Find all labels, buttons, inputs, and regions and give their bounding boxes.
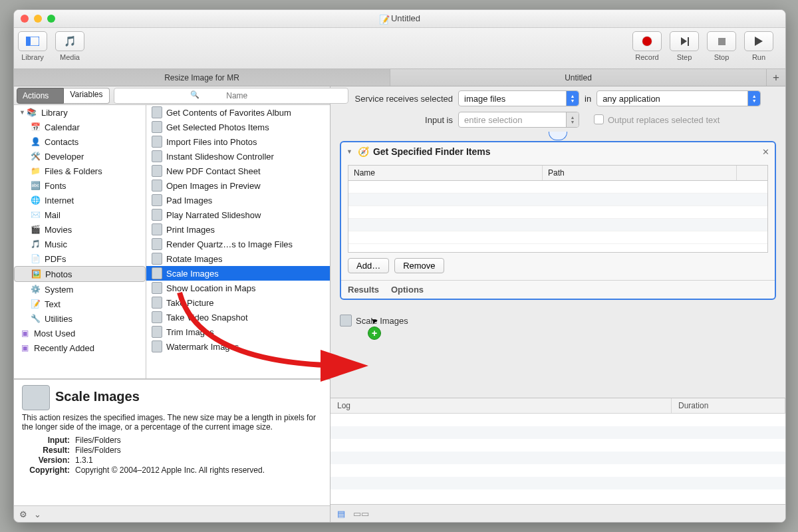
run-button[interactable]: [744, 31, 773, 51]
flow-connector: [340, 132, 776, 141]
options-tab[interactable]: Options: [391, 285, 424, 295]
library-smart-item[interactable]: ▣Most Used: [14, 326, 146, 340]
preview-app-icon: [22, 385, 50, 410]
action-list-item[interactable]: Take Video Snapshot: [146, 310, 330, 325]
drag-insert-indicator: Scale Images ➤ +: [340, 315, 776, 327]
library-smart-item[interactable]: ▣Recently Added: [14, 340, 146, 355]
action-list-item[interactable]: Scale Images: [146, 266, 330, 281]
library-item[interactable]: ✉️Mail: [14, 207, 146, 222]
expand-icon[interactable]: ⌄: [34, 509, 41, 519]
action-list-item[interactable]: Print Images: [146, 222, 330, 237]
library-tree[interactable]: ▼📚Library📅Calendar👤Contacts🛠️Developer📁F…: [14, 105, 146, 378]
document-tabs: Resize Image for MR Untitled +: [14, 69, 785, 86]
action-list-item[interactable]: Get Selected Photos Items: [146, 120, 330, 134]
checkbox-icon: [594, 114, 604, 124]
flow-view-icon[interactable]: ▭▭: [353, 509, 369, 519]
library-item[interactable]: 👤Contacts: [14, 134, 146, 149]
library-item[interactable]: 🖼️Photos: [14, 266, 146, 282]
library-item[interactable]: 📝Text: [14, 297, 146, 311]
action-list-item[interactable]: Watermark Images: [146, 339, 330, 354]
titlebar: 📝Untitled: [14, 10, 785, 28]
action-list-item[interactable]: Instant Slideshow Controller: [146, 149, 330, 164]
minimize-icon[interactable]: [34, 15, 42, 23]
library-footer: ⚙︎ ⌄: [14, 505, 330, 522]
media-label: Media: [60, 53, 80, 61]
play-icon: [755, 37, 763, 46]
in-select[interactable]: any application▲▼: [597, 90, 761, 106]
finder-items-table[interactable]: Name Path: [348, 165, 768, 253]
action-list-item[interactable]: Get Contents of Favorites Album: [146, 105, 330, 120]
app-window: 📝Untitled Library 🎵 Media Record Step St…: [13, 9, 786, 523]
run-label: Run: [752, 53, 765, 61]
preview-app-icon: [340, 315, 352, 327]
close-icon[interactable]: [21, 15, 29, 23]
library-item[interactable]: ⚙️System: [14, 282, 146, 297]
action-get-specified-finder-items[interactable]: ▼ 🧭 Get Specified Finder Items ✕ Name Pa…: [340, 141, 776, 300]
stop-button[interactable]: [707, 31, 736, 51]
log-rows: [331, 414, 785, 504]
stop-label: Stop: [714, 53, 730, 61]
library-item[interactable]: 📁Files & Folders: [14, 164, 146, 178]
receives-select[interactable]: image files▲▼: [458, 90, 579, 106]
record-button[interactable]: [632, 31, 662, 51]
step-icon: [681, 37, 687, 45]
col-path[interactable]: Path: [543, 166, 737, 180]
media-button[interactable]: 🎵: [55, 31, 84, 51]
chevron-updown-icon: ▲▼: [566, 91, 579, 106]
actions-list[interactable]: Get Contents of Favorites AlbumGet Selec…: [146, 105, 330, 378]
library-item[interactable]: 🎬Movies: [14, 222, 146, 237]
workflow-footer: ▤ ▭▭: [331, 504, 785, 522]
action-title: Get Specified Finder Items: [373, 146, 491, 157]
search-field[interactable]: 🔍: [114, 88, 328, 104]
list-view-icon[interactable]: ▤: [337, 509, 345, 519]
action-list-item[interactable]: Rotate Images: [146, 251, 330, 266]
action-list-item[interactable]: Pad Images: [146, 193, 330, 207]
actions-segment[interactable]: Actions: [17, 88, 64, 104]
action-list-item[interactable]: Render Quartz…s to Image Files: [146, 237, 330, 251]
search-input[interactable]: [114, 88, 349, 104]
library-root[interactable]: ▼📚Library: [14, 105, 146, 120]
output-replaces-checkbox[interactable]: Output replaces selected text: [594, 114, 720, 125]
tab-resize-image[interactable]: Resize Image for MR: [14, 69, 390, 86]
col-name[interactable]: Name: [348, 166, 543, 180]
log-header-duration[interactable]: Duration: [672, 398, 785, 413]
remove-button[interactable]: Remove: [394, 258, 444, 273]
plus-badge-icon: +: [368, 327, 381, 340]
library-item[interactable]: 🔧Utilities: [14, 311, 146, 326]
library-item[interactable]: 🛠️Developer: [14, 149, 146, 164]
gear-icon[interactable]: ⚙︎: [19, 509, 27, 519]
search-icon: 🔍: [190, 90, 200, 99]
tab-untitled[interactable]: Untitled: [390, 69, 767, 86]
library-toggle-button[interactable]: [18, 31, 47, 51]
zoom-icon[interactable]: [47, 15, 55, 23]
close-action-button[interactable]: ✕: [762, 147, 769, 157]
chevron-updown-icon: ▲▼: [747, 91, 760, 106]
action-list-item[interactable]: Import Files into Photos: [146, 134, 330, 149]
action-list-item[interactable]: Take Picture: [146, 295, 330, 310]
disclosure-triangle-icon[interactable]: ▼: [346, 148, 352, 155]
library-item[interactable]: 🌐Internet: [14, 193, 146, 207]
library-item[interactable]: 🎵Music: [14, 237, 146, 251]
library-item[interactable]: 📄PDFs: [14, 251, 146, 266]
add-button[interactable]: Add…: [348, 258, 389, 273]
inputis-select[interactable]: entire selection▲▼: [458, 112, 579, 128]
new-tab-button[interactable]: +: [767, 69, 785, 86]
library-item[interactable]: 🔤Fonts: [14, 178, 146, 193]
library-item[interactable]: 📅Calendar: [14, 120, 146, 134]
workflow-panel: Service receives selected image files▲▼ …: [331, 86, 785, 522]
step-button[interactable]: [670, 31, 699, 51]
action-list-item[interactable]: New PDF Contact Sheet: [146, 164, 330, 178]
library-label: Library: [21, 53, 44, 61]
workflow-flow[interactable]: ▼ 🧭 Get Specified Finder Items ✕ Name Pa…: [331, 132, 785, 398]
action-list-item[interactable]: Play Narrated Slideshow: [146, 207, 330, 222]
library-panel: Actions Variables 🔍 ▼📚Library📅Calendar👤C…: [14, 86, 331, 522]
action-list-item[interactable]: Trim Images: [146, 325, 330, 339]
svg-rect-1: [26, 37, 31, 46]
variables-segment[interactable]: Variables: [64, 88, 109, 104]
action-list-item[interactable]: Open Images in Preview: [146, 178, 330, 193]
document-icon: 📝: [379, 15, 388, 24]
drag-label: Scale Images: [356, 316, 408, 326]
results-tab[interactable]: Results: [348, 285, 379, 295]
action-list-item[interactable]: Show Location in Maps: [146, 281, 330, 295]
log-header-log[interactable]: Log: [331, 398, 672, 413]
